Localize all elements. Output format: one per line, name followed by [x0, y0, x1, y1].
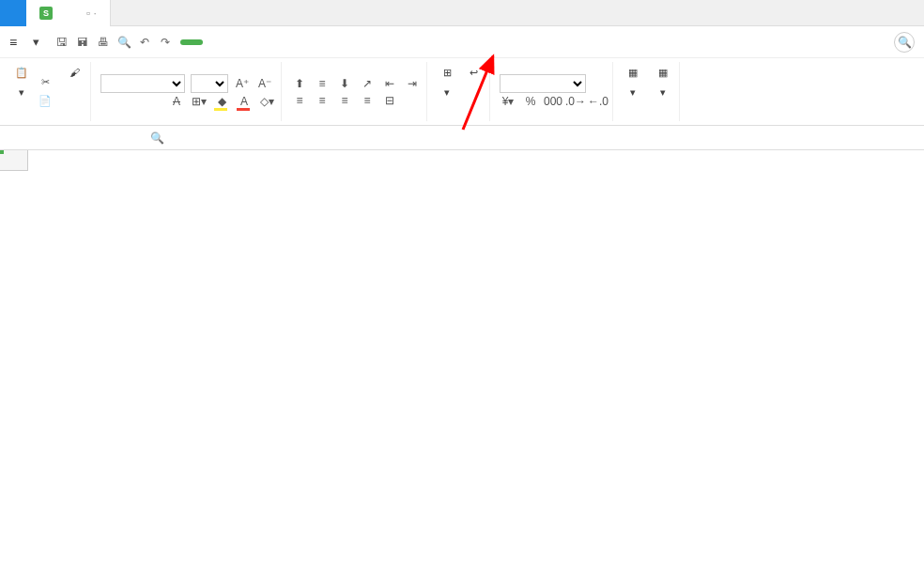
distribute-button[interactable]: ⊟ — [381, 92, 398, 109]
home-tab[interactable] — [0, 0, 26, 26]
table-style-button[interactable]: ▦ ▾ — [653, 62, 673, 121]
number-format-select[interactable] — [500, 74, 586, 93]
save-as-icon[interactable]: 🖬 — [75, 35, 90, 50]
table-style-icon: ▦ — [653, 62, 673, 83]
cond-fmt-icon: ▦ — [623, 62, 643, 83]
strike-button[interactable]: A — [168, 93, 185, 110]
orient-button[interactable]: ↗ — [359, 75, 376, 92]
menu-view[interactable] — [289, 39, 304, 46]
border-button[interactable]: ⊞▾ — [191, 93, 208, 110]
align-top-button[interactable]: ⬆ — [291, 75, 308, 92]
menu-special[interactable] — [323, 39, 338, 46]
menu-start[interactable] — [180, 39, 203, 45]
document-tab-bar: S ▫ · — [0, 0, 924, 26]
font-name-select[interactable] — [100, 74, 185, 93]
align-center-button[interactable]: ≡ — [314, 92, 331, 109]
font-color-button[interactable]: A — [236, 93, 253, 110]
search-icon[interactable]: 🔍 — [894, 32, 915, 53]
ribbon-toolbar: 📋 ▾ ✂ 📄 🖌 A⁺ A⁻ A ⊞▾ ◆ A ◇▾ — [0, 58, 924, 126]
hamburger-icon[interactable]: ≡ — [9, 35, 17, 50]
italic-button[interactable] — [123, 93, 140, 110]
font-shrink-button[interactable]: A⁻ — [256, 75, 273, 92]
print-icon[interactable]: 🖶 — [96, 35, 111, 50]
font-size-select[interactable] — [191, 74, 228, 93]
merge-center-button[interactable]: ⊞ ▾ — [437, 62, 457, 121]
select-all-corner[interactable] — [0, 150, 28, 171]
menu-smart[interactable] — [357, 39, 372, 46]
cond-fmt-button[interactable]: ▦ ▾ — [623, 62, 643, 121]
dec-inc-button[interactable]: .0→ — [567, 93, 584, 110]
menu-bar: ≡ ▾ 🖫 🖬 🖶 🔍 ↶ ↷ 🔍 — [0, 26, 924, 58]
formula-bar: 🔍 — [0, 126, 924, 150]
undo-icon[interactable]: ↶ — [137, 35, 152, 50]
copy-button[interactable]: 📄 — [38, 94, 58, 109]
align-middle-button[interactable]: ≡ — [314, 75, 331, 92]
save-icon[interactable]: 🖫 — [54, 35, 69, 50]
font-grow-button[interactable]: A⁺ — [234, 75, 251, 92]
menu-formula[interactable] — [239, 39, 254, 46]
cut-icon: ✂ — [38, 75, 53, 90]
sheet-icon: S — [39, 7, 53, 20]
menu-layout[interactable] — [222, 39, 237, 46]
menu-docer[interactable] — [340, 39, 355, 46]
percent-button[interactable]: % — [522, 93, 539, 110]
format-painter-button[interactable]: 🖌 — [64, 62, 85, 121]
wrap-icon: ↩ — [463, 62, 484, 83]
menu-insert[interactable] — [205, 39, 220, 46]
preview-icon[interactable]: 🔍 — [116, 35, 131, 50]
comma-button[interactable]: 000 — [545, 93, 562, 110]
redo-icon[interactable]: ↷ — [158, 35, 173, 50]
spreadsheet-grid[interactable] — [0, 150, 924, 586]
workbook-tab[interactable]: S ▫ · — [26, 0, 111, 26]
format-painter-icon: 🖌 — [64, 62, 85, 83]
align-bottom-button[interactable]: ⬇ — [336, 75, 353, 92]
indent-inc-button[interactable]: ⇥ — [404, 75, 421, 92]
clear-format-button[interactable]: ◇▾ — [258, 93, 275, 110]
cut-button[interactable]: ✂ — [38, 75, 58, 90]
tab-options-icon[interactable]: ▫ · — [86, 7, 97, 20]
bold-button[interactable] — [100, 93, 117, 110]
cancel-formula-icon[interactable]: 🔍 — [150, 131, 164, 145]
copy-icon: 📄 — [38, 94, 53, 109]
justify-button[interactable]: ≡ — [359, 92, 376, 109]
paste-icon: 📋 — [11, 62, 32, 83]
menu-review[interactable] — [272, 39, 287, 46]
menu-file[interactable]: ▾ — [23, 31, 47, 53]
dec-dec-button[interactable]: ←.0 — [590, 93, 607, 110]
wrap-text-button[interactable]: ↩ — [463, 62, 484, 121]
underline-button[interactable] — [146, 93, 162, 110]
currency-button[interactable]: ¥▾ — [500, 93, 516, 110]
fill-color-button[interactable]: ◆ — [213, 93, 230, 110]
merge-icon: ⊞ — [437, 62, 457, 83]
align-left-button[interactable]: ≡ — [291, 92, 308, 109]
menu-data[interactable] — [255, 39, 270, 46]
paste-button[interactable]: 📋 ▾ — [11, 62, 32, 121]
align-right-button[interactable]: ≡ — [336, 92, 353, 109]
indent-dec-button[interactable]: ⇤ — [381, 75, 398, 92]
menu-devtools[interactable] — [306, 39, 321, 46]
